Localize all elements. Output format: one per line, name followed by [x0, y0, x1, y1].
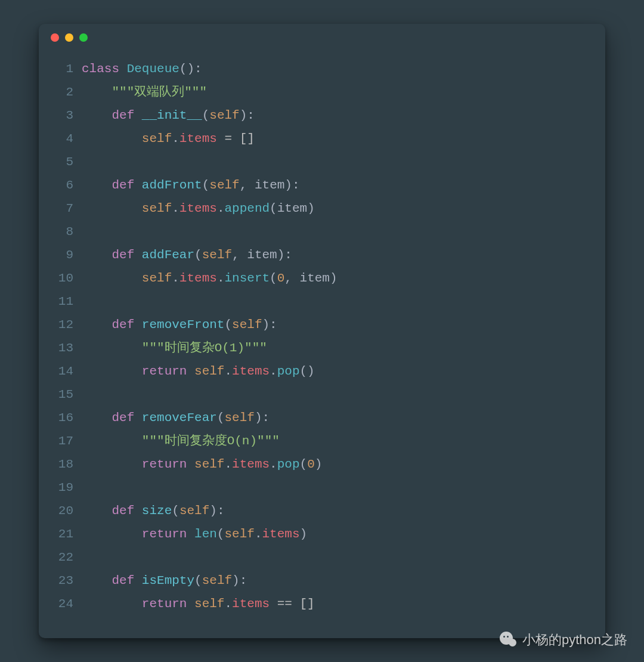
code-text: def size(self): [82, 499, 593, 522]
code-text [82, 476, 593, 499]
line-number: 8 [45, 220, 82, 243]
code-line: 22 [45, 546, 593, 569]
line-number: 9 [45, 243, 82, 267]
line-number: 6 [45, 174, 82, 197]
code-line: 8 [45, 220, 593, 243]
line-number: 24 [45, 592, 82, 615]
code-line: 14 return self.items.pop() [45, 360, 593, 383]
page-background: 1class Dequeue():2 """双端队列"""3 def __ini… [0, 0, 644, 662]
code-text: """时间复杂度O(n)""" [82, 429, 593, 453]
code-text: def addFear(self, item): [82, 243, 593, 267]
code-line: 13 """时间复杂O(1)""" [45, 336, 593, 360]
line-number: 12 [45, 313, 82, 336]
code-line: 23 def isEmpty(self): [45, 569, 593, 592]
code-text [82, 220, 593, 243]
line-number: 22 [45, 546, 82, 569]
window-titlebar [39, 24, 605, 51]
line-number: 2 [45, 81, 82, 104]
line-number: 1 [45, 57, 82, 81]
code-line: 7 self.items.append(item) [45, 197, 593, 220]
code-line: 9 def addFear(self, item): [45, 243, 593, 267]
code-line: 21 return len(self.items) [45, 522, 593, 546]
code-line: 24 return self.items == [] [45, 592, 593, 615]
zoom-icon[interactable] [79, 33, 88, 42]
code-line: 1class Dequeue(): [45, 57, 593, 81]
line-number: 21 [45, 522, 82, 546]
code-line: 4 self.items = [] [45, 127, 593, 150]
code-line: 16 def removeFear(self): [45, 406, 593, 429]
code-text [82, 290, 593, 313]
code-window: 1class Dequeue():2 """双端队列"""3 def __ini… [39, 24, 605, 638]
code-line: 17 """时间复杂度O(n)""" [45, 429, 593, 453]
line-number: 10 [45, 267, 82, 290]
code-text: def isEmpty(self): [82, 569, 593, 592]
code-line: 2 """双端队列""" [45, 81, 593, 104]
code-line: 3 def __init__(self): [45, 104, 593, 127]
line-number: 16 [45, 406, 82, 429]
code-line: 18 return self.items.pop(0) [45, 453, 593, 476]
line-number: 3 [45, 104, 82, 127]
code-line: 6 def addFront(self, item): [45, 174, 593, 197]
line-number: 19 [45, 476, 82, 499]
code-line: 5 [45, 150, 593, 174]
line-number: 11 [45, 290, 82, 313]
code-block: 1class Dequeue():2 """双端队列"""3 def __ini… [39, 51, 605, 627]
line-number: 23 [45, 569, 82, 592]
code-text: """时间复杂O(1)""" [82, 336, 593, 360]
code-line: 12 def removeFront(self): [45, 313, 593, 336]
line-number: 17 [45, 429, 82, 453]
code-text: return self.items == [] [82, 592, 593, 615]
code-text: def addFront(self, item): [82, 174, 593, 197]
code-text: def __init__(self): [82, 104, 593, 127]
line-number: 5 [45, 150, 82, 174]
wechat-icon [500, 632, 518, 648]
code-line: 20 def size(self): [45, 499, 593, 522]
line-number: 20 [45, 499, 82, 522]
code-text: self.items.append(item) [82, 197, 593, 220]
code-line: 11 [45, 290, 593, 313]
code-text [82, 150, 593, 174]
line-number: 7 [45, 197, 82, 220]
watermark: 小杨的python之路 [500, 631, 627, 649]
code-line: 15 [45, 383, 593, 406]
close-icon[interactable] [51, 33, 59, 42]
code-line: 10 self.items.insert(0, item) [45, 267, 593, 290]
code-text [82, 546, 593, 569]
watermark-text: 小杨的python之路 [522, 631, 627, 649]
line-number: 15 [45, 383, 82, 406]
code-text: def removeFear(self): [82, 406, 593, 429]
code-text: def removeFront(self): [82, 313, 593, 336]
code-text: return self.items.pop() [82, 360, 593, 383]
code-text: class Dequeue(): [82, 57, 593, 81]
code-line: 19 [45, 476, 593, 499]
code-text: self.items.insert(0, item) [82, 267, 593, 290]
code-text: """双端队列""" [82, 81, 593, 104]
line-number: 14 [45, 360, 82, 383]
line-number: 18 [45, 453, 82, 476]
code-text: return len(self.items) [82, 522, 593, 546]
code-text [82, 383, 593, 406]
minimize-icon[interactable] [65, 33, 73, 42]
code-text: self.items = [] [82, 127, 593, 150]
line-number: 13 [45, 336, 82, 360]
line-number: 4 [45, 127, 82, 150]
code-text: return self.items.pop(0) [82, 453, 593, 476]
